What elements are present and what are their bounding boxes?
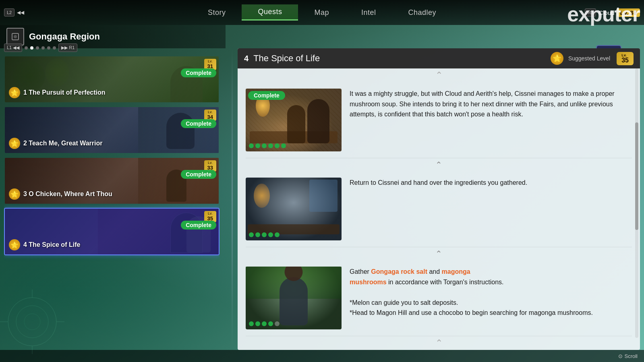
step-image-3 [246,267,342,329]
top-navigation: L2 ◀◀ Story Quests Map Intel Chadley R2 … [0,0,644,25]
character-name: Cloud [598,9,614,16]
quest-item-3[interactable]: Lv.33 Complete ⭐ 3 O Chicken, Where Art … [4,157,219,205]
nav-dot-2[interactable] [30,46,33,50]
step-complete-badge-1: Complete [248,91,285,100]
detail-scrollbar[interactable] [635,68,638,338]
step-dots-2 [249,232,280,237]
scrollbar-thumb[interactable] [635,122,638,230]
nav-dot-4[interactable] [41,46,45,50]
step-dot-2-5 [275,232,280,237]
prev-button[interactable]: L1 ◀◀ [4,43,22,52]
panel-divider [232,48,233,350]
quest-number-icon-1: ⭐ 1 The Pursuit of Perfection [9,87,106,98]
step-dot-3-2 [255,321,260,326]
step-dot-2-4 [268,232,273,237]
step-dot-2-2 [255,232,260,237]
quest-name-3: 3 O Chicken, Where Art Thou [23,190,112,198]
r2-button[interactable]: R2 [585,8,596,17]
step-dot-3-4 [268,321,273,326]
quest-complete-badge-3: Complete [181,170,216,179]
scroll-divider-2: ⌃ [246,247,632,260]
detail-level-badge: Lv.35 [617,52,634,65]
detail-quest-title: The Spice of Life [253,53,546,64]
quest-star-3: ⭐ [9,188,20,200]
quest-list: Lv.31 Complete ⭐ 1 The Pursuit of Perfec… [4,56,219,350]
quest-name-2: 2 Teach Me, Great Warrior [23,140,103,147]
detail-suggested-label: Suggested Level [568,55,610,62]
quest-number-icon-3: ⭐ 3 O Chicken, Where Art Thou [9,188,112,200]
step-dot-1-4 [268,143,273,148]
nav-quests[interactable]: Quests [242,4,298,21]
step-dot-2-3 [262,232,267,237]
bottom-bar: ⊙ Scroll [0,350,644,362]
highlight-gongaga-salt: Gongaga rock salt [371,268,427,275]
nav-dot-1[interactable] [25,46,28,50]
quest-star-2: ⭐ [9,138,20,149]
scroll-divider-1: ⌃ [246,158,632,171]
nav-map[interactable]: Map [298,5,345,20]
step-dot-3-1 [249,321,254,326]
region-title: Gongaga Region [29,31,100,42]
quest-name-1: 1 The Pursuit of Perfection [23,89,106,96]
step-text-1: It was a mighty struggle, but with Cloud… [350,89,632,120]
nav-dot-3[interactable] [36,46,39,50]
nav-story[interactable]: Story [192,5,242,20]
quest-star-1: ⭐ [9,87,20,98]
step-dot-1-6 [281,143,286,148]
level-badge: Lv. 38 [617,8,640,17]
quest-item-1[interactable]: Lv.31 Complete ⭐ 1 The Pursuit of Perfec… [4,56,219,103]
region-icon [6,28,24,46]
scroll-up-arrow[interactable]: ⌃ [246,68,632,82]
step-dots-1 [249,143,286,148]
quest-number-icon-4: ⭐ 4 The Spice of Life [9,239,80,250]
nav-dot-6[interactable] [53,46,56,50]
quest-complete-badge-1: Complete [181,68,216,77]
step-dot-2-1 [249,232,254,237]
scroll-label: Scroll [624,353,638,359]
scroll-icon: ⊙ [618,353,623,359]
quest-complete-badge-2: Complete [181,119,216,128]
l2-button[interactable]: L2 [4,8,14,17]
nav-right-controls: R2 Cloud Lv. 38 [585,8,640,17]
quest-detail-panel: 4 The Spice of Life ⭐ Suggested Level Lv… [238,48,640,350]
quest-complete-badge-4: Complete [181,221,216,230]
step-text-3: Gather Gongaga rock salt and magongamush… [350,267,632,318]
quest-item-4[interactable]: ❖ Lv.35 Complete ⭐ 4 The Spice of Life [4,208,219,255]
quest-detail-header: 4 The Spice of Life ⭐ Suggested Level Lv… [238,48,640,68]
next-button[interactable]: ▶▶ R1 [58,43,77,52]
step-dot-3-3 [262,321,267,326]
quest-number-icon-2: ⭐ 2 Teach Me, Great Warrior [9,138,103,149]
step-text-2: Return to Cissnei and hand over the ingr… [350,178,632,188]
quest-step-1: Complete It was a mighty struggle, but w… [246,82,632,158]
quest-name-4: 4 The Spice of Life [23,241,80,248]
detail-quest-number: 4 [244,54,248,63]
step-image-1: Complete [246,89,342,151]
nav-dot-5[interactable] [47,46,50,50]
quest-item-2[interactable]: Lv.34 Complete ⭐ 2 Teach Me, Great Warri… [4,106,219,154]
quest-detail-body[interactable]: ⌃ Complete [238,68,640,350]
nav-intel[interactable]: Intel [345,5,392,20]
quest-step-2: Return to Cissnei and hand over the ingr… [246,171,632,247]
nav-pagination: L1 ◀◀ ▶▶ R1 [4,43,121,52]
step-image-2 [246,178,342,240]
nav-chadley[interactable]: Chadley [392,5,453,20]
step-dot-1-5 [275,143,280,148]
scroll-down-arrow[interactable]: ⌃ [246,336,632,350]
step-dot-1-3 [262,143,267,148]
svg-point-1 [14,35,17,38]
quest-step-3: Gather Gongaga rock salt and magongamush… [246,260,632,336]
step-dots-3 [249,321,280,326]
nav-left-controls: L2 ◀◀ [4,8,24,17]
cloud-info: Cloud Lv. 38 [598,8,640,17]
detail-quest-star: ⭐ [551,52,563,65]
step-dot-3-5 [275,321,280,326]
scroll-button[interactable]: ⊙ Scroll [618,353,638,359]
step-dot-1-2 [255,143,260,148]
quest-star-4: ⭐ [9,239,20,250]
nav-items: Story Quests Map Intel Chadley [192,4,452,21]
step-dot-1-1 [249,143,254,148]
